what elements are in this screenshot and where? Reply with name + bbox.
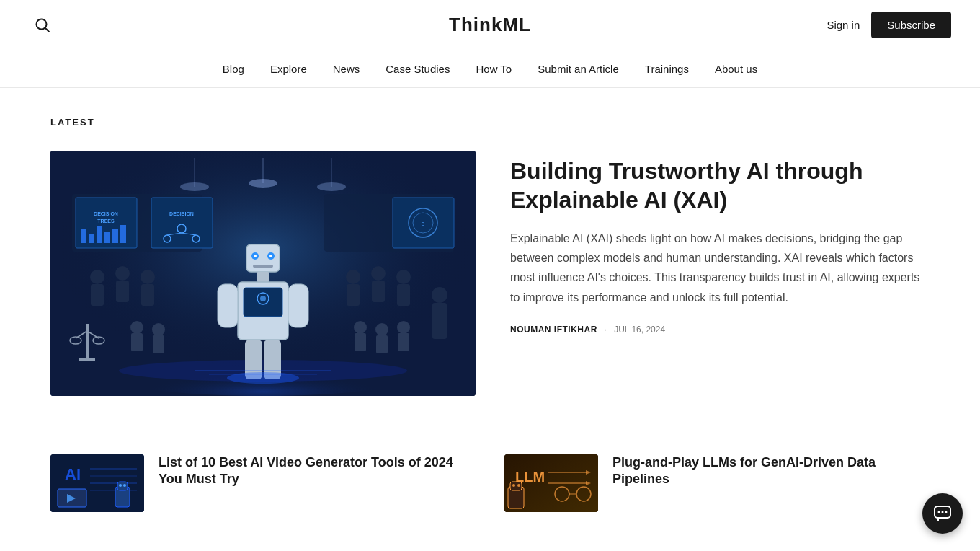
svg-rect-34: [86, 324, 89, 360]
svg-rect-71: [372, 281, 385, 302]
svg-rect-49: [253, 265, 273, 268]
svg-text:3: 3: [422, 221, 425, 227]
header-left: [29, 12, 56, 39]
card-image-2: LLM: [504, 454, 598, 512]
card-image-1: AI: [50, 454, 144, 512]
card-illustration-1: AI: [50, 454, 144, 512]
nav-item-case-studies[interactable]: Case Studies: [386, 63, 450, 75]
svg-rect-31: [116, 281, 129, 302]
meta-dot: ·: [605, 325, 607, 335]
svg-text:AI: AI: [65, 465, 81, 483]
svg-point-110: [942, 511, 944, 513]
svg-rect-41: [131, 333, 143, 351]
card-title-1[interactable]: List of 10 Best AI Video Generator Tools…: [159, 454, 476, 488]
svg-text:TREES: TREES: [97, 219, 115, 224]
svg-rect-50: [257, 272, 270, 282]
header-center: ThinkML: [449, 14, 531, 36]
svg-point-59: [227, 372, 299, 384]
svg-rect-89: [117, 482, 128, 490]
svg-rect-56: [288, 284, 308, 327]
svg-point-30: [115, 266, 130, 281]
header-right: Sign in Subscribe: [827, 12, 951, 38]
article-card-1[interactable]: AI: [50, 454, 476, 512]
featured-title[interactable]: Building Trustworthy AI through Explaina…: [510, 157, 930, 214]
svg-point-54: [260, 296, 266, 301]
svg-point-32: [141, 270, 155, 284]
nav-item-about-us[interactable]: About us: [715, 63, 757, 75]
section-label: LATEST: [50, 117, 930, 128]
svg-line-1: [45, 27, 49, 31]
svg-rect-65: [398, 333, 409, 351]
search-icon: [35, 17, 50, 33]
nav-item-news[interactable]: News: [333, 63, 360, 75]
card-list: AI: [50, 454, 930, 512]
svg-point-42: [152, 323, 165, 336]
svg-point-48: [270, 255, 272, 257]
svg-rect-17: [151, 198, 213, 248]
svg-point-91: [123, 484, 126, 487]
featured-content: Building Trustworthy AI through Explaina…: [510, 151, 930, 335]
svg-rect-14: [104, 232, 110, 243]
svg-rect-15: [112, 229, 118, 243]
nav-item-blog[interactable]: Blog: [223, 63, 244, 75]
search-button[interactable]: [29, 12, 56, 39]
nav-item-explore[interactable]: Explore: [270, 63, 307, 75]
svg-rect-44: [246, 244, 280, 272]
article-meta: NOUMAN IFTIKHAR · JUL 16, 2024: [510, 325, 930, 335]
svg-point-111: [945, 511, 948, 513]
nav-item-submit-article[interactable]: Submit an Article: [538, 63, 619, 75]
card-illustration-2: LLM: [504, 454, 598, 512]
svg-rect-55: [218, 284, 238, 327]
svg-point-64: [397, 321, 410, 334]
svg-point-70: [371, 266, 386, 281]
svg-rect-12: [89, 234, 94, 243]
card-title-2[interactable]: Plug-and-Play LLMs for GenAI-Driven Data…: [612, 454, 930, 488]
svg-rect-52: [244, 288, 282, 317]
logo[interactable]: ThinkML: [449, 14, 531, 35]
svg-rect-73: [397, 284, 410, 306]
featured-image[interactable]: DECISION TREES DECISION: [50, 151, 476, 396]
featured-excerpt: Explainable AI (XAI) sheds light on how …: [510, 229, 930, 307]
nav: Blog Explore News Case Studies How To Su…: [0, 50, 980, 88]
svg-point-40: [130, 321, 143, 334]
svg-rect-16: [120, 225, 126, 243]
svg-point-62: [375, 323, 388, 336]
nav-item-trainings[interactable]: Trainings: [645, 63, 689, 75]
chat-icon: [932, 503, 953, 512]
svg-point-104: [517, 484, 520, 487]
svg-text:DECISION: DECISION: [169, 211, 194, 216]
svg-rect-61: [355, 333, 366, 351]
featured-illustration: DECISION TREES DECISION: [50, 151, 476, 396]
svg-rect-13: [97, 226, 102, 243]
svg-rect-33: [141, 284, 154, 306]
svg-rect-29: [91, 284, 104, 306]
svg-point-103: [512, 484, 515, 487]
header: ThinkML Sign in Subscribe: [0, 0, 980, 50]
article-card-2[interactable]: LLM: [504, 454, 930, 512]
svg-rect-63: [376, 335, 388, 353]
subscribe-button[interactable]: Subscribe: [871, 12, 951, 38]
sign-in-button[interactable]: Sign in: [827, 19, 860, 31]
svg-rect-39: [79, 358, 95, 361]
svg-rect-67: [432, 303, 447, 339]
svg-rect-43: [153, 335, 164, 353]
svg-point-28: [90, 270, 104, 284]
svg-point-90: [119, 484, 122, 487]
article-author: NOUMAN IFTIKHAR: [510, 325, 597, 335]
article-date: JUL 16, 2024: [614, 325, 665, 335]
card-content-1: List of 10 Best AI Video Generator Tools…: [159, 454, 476, 491]
card-content-2: Plug-and-Play LLMs for GenAI-Driven Data…: [612, 454, 930, 491]
nav-item-how-to[interactable]: How To: [476, 63, 512, 75]
svg-rect-69: [347, 284, 360, 306]
svg-point-68: [346, 270, 360, 284]
svg-point-72: [396, 270, 411, 284]
svg-text:DECISION: DECISION: [94, 211, 118, 216]
svg-point-109: [938, 511, 940, 513]
svg-rect-11: [81, 229, 86, 243]
main-content: LATEST: [22, 88, 958, 512]
svg-point-47: [254, 255, 257, 257]
svg-point-60: [354, 321, 367, 334]
featured-article: DECISION TREES DECISION: [50, 151, 930, 396]
svg-point-66: [432, 287, 447, 303]
section-divider: [50, 431, 930, 431]
